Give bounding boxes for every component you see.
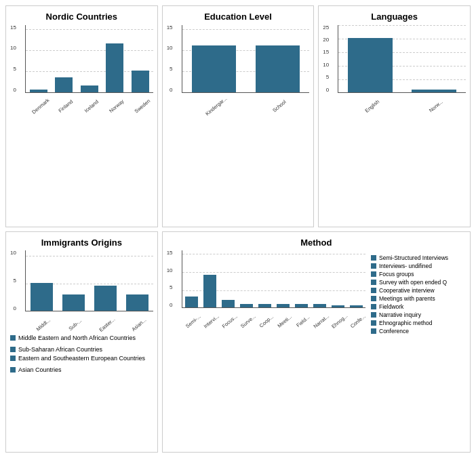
method-chart: 151050Semi-...Intervi...Focus...Surve...… xyxy=(167,250,365,336)
origins-card: Immigrants Origins 1050Middl...Sub-...Ea… xyxy=(5,231,158,453)
origins-legend-item: Eastern and Southeastern European Countr… xyxy=(10,355,153,362)
method-legend-item: Fieldwork xyxy=(371,303,466,310)
education-title: Education Level xyxy=(167,12,310,22)
method-title: Method xyxy=(167,237,466,248)
method-legend-item: Ehnographic method xyxy=(371,320,466,326)
languages-card: Languages 2520151050EnglishNorw... xyxy=(318,5,471,227)
method-legend-item: Meetings with parents xyxy=(371,295,466,302)
origins-legend-item: Asian Countries xyxy=(10,366,153,373)
main-grid: Nordic Countries 151050DenmarkFinlandIce… xyxy=(0,0,476,458)
origins-legend-item: Sub-Saharan African Countries xyxy=(10,346,153,353)
method-legend: Semi-Structured InterviewsInterviews- un… xyxy=(371,254,466,336)
method-legend-item: Narrative inquiry xyxy=(371,311,466,318)
method-legend-item: Interviews- undifined xyxy=(371,263,466,269)
education-card: Education Level 151050Kindergar...School xyxy=(162,5,315,227)
method-legend-item: Survey with open ended Q xyxy=(371,279,466,286)
nordic-card: Nordic Countries 151050DenmarkFinlandIce… xyxy=(5,5,158,227)
origins-chart: 1050Middl...Sub-...Easter...Asian... xyxy=(10,250,153,330)
method-legend-item: Cooperative interview xyxy=(371,287,466,294)
languages-title: Languages xyxy=(323,12,466,22)
method-legend-item: Focus groups xyxy=(371,271,466,278)
education-chart: 151050Kindergar...School xyxy=(167,25,310,112)
nordic-chart: 151050DenmarkFinlandIcelandNorwaySweden xyxy=(10,25,153,112)
origins-title: Immigrants Origins xyxy=(10,237,153,248)
method-legend-item: Conference xyxy=(371,328,466,335)
origins-legend: Middle Eastern and North African Countri… xyxy=(10,335,153,373)
method-legend-item: Semi-Structured Interviews xyxy=(371,254,466,261)
nordic-title: Nordic Countries xyxy=(10,12,153,22)
method-card: Method 151050Semi-...Intervi...Focus...S… xyxy=(162,231,471,453)
languages-chart: 2520151050EnglishNorw... xyxy=(323,25,466,112)
